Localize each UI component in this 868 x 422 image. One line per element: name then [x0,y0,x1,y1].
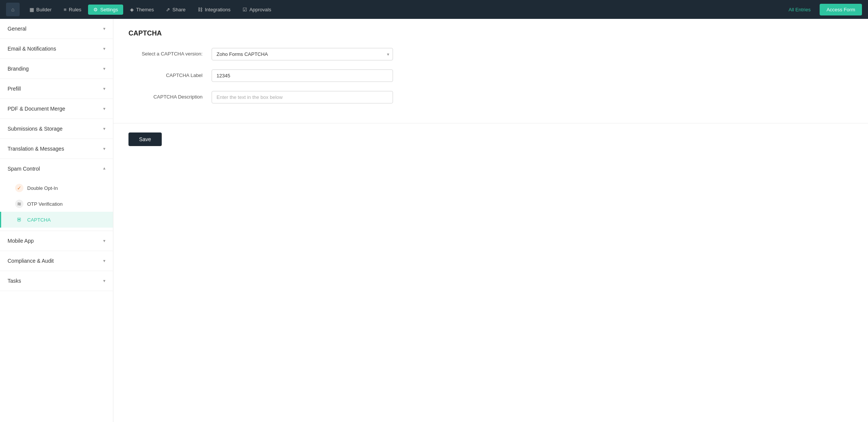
captcha-form-section: CAPTCHA Select a CAPTCHA version: Zoho F… [113,19,868,123]
sidebar-section-translation-messages-header[interactable]: Translation & Messages ▾ [0,139,113,159]
nav-approvals[interactable]: ☑ Approvals [237,5,277,15]
nav-rules[interactable]: ≡ Rules [58,5,87,15]
captcha-version-control: Zoho Forms CAPTCHA Google reCAPTCHA v2 G… [212,48,393,60]
sidebar-section-submissions-storage-header[interactable]: Submissions & Storage ▾ [0,119,113,139]
captcha-description-label: CAPTCHA Description [128,91,212,100]
sidebar-section-tasks: Tasks ▾ [0,271,113,291]
chevron-down-icon: ▾ [103,258,105,263]
sidebar-section-tasks-header[interactable]: Tasks ▾ [0,271,113,291]
captcha-version-select-wrapper: Zoho Forms CAPTCHA Google reCAPTCHA v2 G… [212,48,393,60]
chevron-down-icon: ▾ [103,46,105,51]
save-button[interactable]: Save [128,132,162,146]
main-content: CAPTCHA Select a CAPTCHA version: Zoho F… [113,19,868,422]
sidebar: General ▾ Email & Notifications ▾ Brandi… [0,19,113,422]
page-title: CAPTCHA [128,29,853,37]
sidebar-section-submissions-storage: Submissions & Storage ▾ [0,119,113,139]
sidebar-section-prefill: Prefill ▾ [0,79,113,99]
approvals-icon: ☑ [243,7,247,12]
sidebar-section-spam-control-header[interactable]: Spam Control ▾ [0,159,113,179]
home-button[interactable]: ⌂ [6,3,20,16]
chevron-down-icon: ▾ [103,26,105,31]
captcha-label-label: CAPTCHA Label [128,69,212,78]
sidebar-section-general-header[interactable]: General ▾ [0,19,113,39]
captcha-version-label: Select a CAPTCHA version: [128,48,212,57]
chevron-down-icon: ▾ [103,238,105,243]
chevron-down-icon: ▾ [103,66,105,71]
nav-share[interactable]: ⇗ Share [161,5,191,15]
sidebar-section-compliance-audit-header[interactable]: Compliance & Audit ▾ [0,251,113,271]
sidebar-section-pdf-merge: PDF & Document Merge ▾ [0,99,113,119]
double-opt-in-icon: ✓ [15,184,23,192]
sidebar-section-mobile-app-header[interactable]: Mobile App ▾ [0,231,113,251]
sidebar-section-translation-messages: Translation & Messages ▾ [0,139,113,159]
captcha-label-row: CAPTCHA Label [128,69,469,82]
nav-themes[interactable]: ◈ Themes [125,5,159,15]
captcha-label-control [212,69,393,82]
share-icon: ⇗ [166,7,170,12]
sidebar-section-general: General ▾ [0,19,113,39]
captcha-icon: ⛨ [15,216,23,224]
chevron-down-icon: ▾ [103,86,105,91]
nav-settings[interactable]: ⚙ Settings [88,5,123,15]
spam-control-sub-items: ✓ Double Opt-In ≋ OTP Verification ⛨ CAP… [0,179,113,231]
rules-icon: ≡ [63,7,67,12]
chevron-down-icon: ▾ [103,126,105,131]
builder-icon: ▦ [29,7,34,12]
integrations-icon: ⛓ [198,7,203,12]
sidebar-section-mobile-app: Mobile App ▾ [0,231,113,251]
nav-integrations[interactable]: ⛓ Integrations [192,5,236,15]
all-entries-link[interactable]: All Entries [784,5,815,15]
save-section: Save [113,123,868,155]
captcha-description-input[interactable] [212,91,393,103]
sidebar-item-double-opt-in[interactable]: ✓ Double Opt-In [0,180,113,196]
sidebar-item-otp-verification[interactable]: ≋ OTP Verification [0,196,113,212]
sidebar-section-compliance-audit: Compliance & Audit ▾ [0,251,113,271]
themes-icon: ◈ [130,7,134,12]
home-icon: ⌂ [11,6,14,12]
sidebar-section-email-notifications-header[interactable]: Email & Notifications ▾ [0,39,113,59]
sidebar-section-spam-control: Spam Control ▾ ✓ Double Opt-In ≋ OTP Ver… [0,159,113,231]
top-nav: ⌂ ▦ Builder ≡ Rules ⚙ Settings ◈ Themes … [0,0,868,19]
chevron-up-icon: ▾ [103,166,105,171]
captcha-version-select[interactable]: Zoho Forms CAPTCHA Google reCAPTCHA v2 G… [212,48,393,60]
sidebar-item-captcha[interactable]: ⛨ CAPTCHA [0,212,113,228]
chevron-down-icon: ▾ [103,106,105,111]
otp-verification-icon: ≋ [15,200,23,208]
captcha-label-input[interactable] [212,69,393,82]
captcha-version-row: Select a CAPTCHA version: Zoho Forms CAP… [128,48,469,60]
nav-builder[interactable]: ▦ Builder [24,5,57,15]
sidebar-section-prefill-header[interactable]: Prefill ▾ [0,79,113,99]
main-layout: General ▾ Email & Notifications ▾ Brandi… [0,19,868,422]
settings-icon: ⚙ [93,7,98,12]
sidebar-section-email-notifications: Email & Notifications ▾ [0,39,113,59]
access-form-button[interactable]: Access Form [820,4,862,15]
sidebar-section-branding-header[interactable]: Branding ▾ [0,59,113,79]
chevron-down-icon: ▾ [103,278,105,283]
sidebar-section-branding: Branding ▾ [0,59,113,79]
chevron-down-icon: ▾ [103,146,105,151]
captcha-description-control [212,91,393,103]
captcha-description-row: CAPTCHA Description [128,91,469,103]
sidebar-section-pdf-merge-header[interactable]: PDF & Document Merge ▾ [0,99,113,119]
